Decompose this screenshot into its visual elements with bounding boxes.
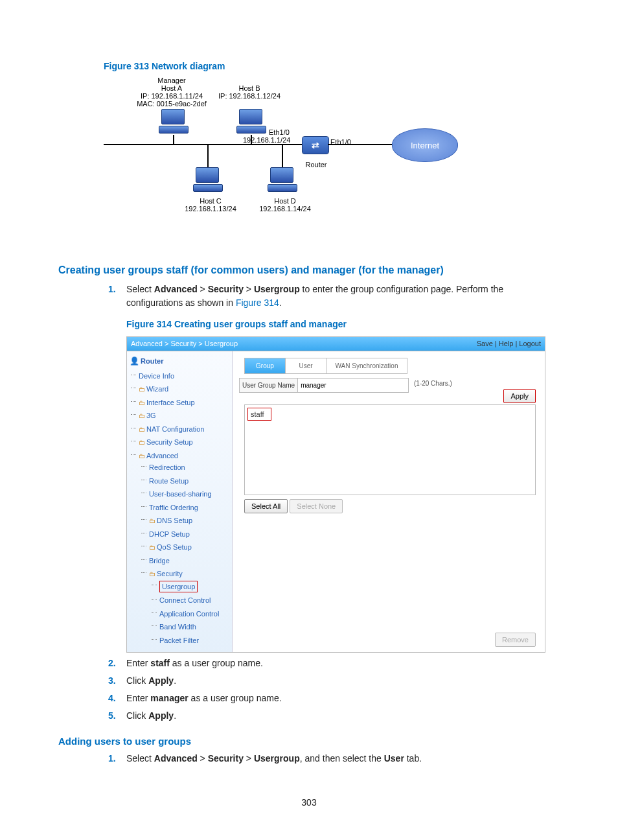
breadcrumb: Advanced > Security > Usergroup: [131, 338, 238, 349]
nav-usergroup[interactable]: Usergroup: [158, 579, 231, 594]
step-3: Click Apply.: [126, 674, 560, 688]
apply-button[interactable]: Apply: [503, 389, 536, 404]
hosta-ip: IP: 192.168.1.11/24: [136, 92, 207, 100]
nav-interface-setup[interactable]: 🗀Interface Setup: [137, 396, 231, 410]
breadcrumb-bar: Advanced > Security > Usergroup Save | H…: [127, 337, 545, 351]
sec2-step-1: Select Advanced > Security > Usergroup, …: [126, 752, 560, 765]
nav-dhcp-setup[interactable]: DHCP Setup: [148, 528, 231, 541]
router-tree-icon: 👤: [130, 356, 139, 366]
bus-line: [104, 144, 303, 145]
nav-redirection[interactable]: Redirection: [148, 461, 231, 474]
router-icon: ⇄: [302, 136, 329, 154]
hostc-label: Host C: [191, 197, 230, 205]
folder-icon: 🗀: [139, 439, 145, 446]
nav-3g[interactable]: 🗀3G: [137, 409, 231, 423]
hosta-mac: MAC: 0015-e9ac-2def: [123, 100, 220, 108]
nav-device-info[interactable]: Device Info: [137, 369, 231, 383]
nav-bridge[interactable]: Bridge: [148, 554, 231, 568]
nav-route-setup[interactable]: Route Setup: [148, 474, 231, 488]
figure-314-title: Figure 314 Creating user groups staff an…: [126, 318, 560, 331]
nav-packet-filter[interactable]: Packet Filter: [158, 634, 231, 648]
nav-advanced[interactable]: 🗀Advanced Redirection Route Setup User-b…: [137, 449, 231, 650]
group-list: staff: [244, 404, 536, 495]
step-1: Select Advanced > Security > Usergroup t…: [126, 283, 560, 653]
nav-app-control[interactable]: Application Control: [158, 607, 231, 621]
select-none-button[interactable]: Select None: [290, 499, 343, 514]
tab-wan-sync[interactable]: WAN Synchronization: [326, 358, 407, 373]
usergroup-name-row: User Group Name: [239, 378, 409, 393]
router-label: Router: [303, 161, 329, 169]
step-5: Click Apply.: [126, 709, 560, 723]
chars-hint: (1-20 Chars.): [414, 379, 452, 388]
folder-icon: 🗀: [139, 426, 145, 433]
tab-group[interactable]: Group: [245, 358, 286, 373]
logout-link[interactable]: Logout: [519, 340, 541, 347]
eth10-left-ip: 192.168.1.1/24: [243, 136, 290, 144]
nav-user-sharing[interactable]: User-based-sharing: [148, 487, 231, 501]
folder-icon: 🗀: [149, 570, 155, 578]
figure-313-title: Figure 313 Network diagram: [104, 61, 560, 71]
section-adding-users-title: Adding users to user groups: [58, 736, 560, 747]
screenshot-usergroup: Advanced > Security > Usergroup Save | H…: [126, 336, 545, 653]
folder-icon: 🗀: [149, 544, 155, 551]
folder-icon: 🗀: [139, 412, 145, 419]
content-pane: Group User WAN Synchronization User Grou…: [233, 351, 545, 653]
tab-user[interactable]: User: [286, 358, 326, 373]
help-link[interactable]: Help: [499, 340, 514, 347]
header-links: Save | Help | Logout: [477, 338, 541, 349]
nav-band-width[interactable]: Band Width: [158, 620, 231, 634]
hosta-label: Host A: [136, 84, 207, 92]
group-list-item[interactable]: staff: [247, 408, 271, 421]
pc-icon: [159, 109, 187, 134]
nav-security-setup[interactable]: 🗀Security Setup: [137, 436, 231, 449]
save-link[interactable]: Save: [477, 340, 493, 347]
step-2: Enter staff as a user group name.: [126, 657, 560, 670]
folder-icon: 🗀: [139, 399, 145, 406]
network-diagram: Manager Host A IP: 192.168.1.11/24 MAC: …: [104, 76, 466, 245]
wire: [251, 135, 252, 144]
wire: [207, 144, 209, 167]
page-number: 303: [0, 797, 618, 808]
hostc-ip: 192.168.1.13/24: [178, 205, 243, 213]
folder-icon: 🗀: [149, 517, 155, 524]
nav-traffic-ordering[interactable]: Traffic Ordering: [148, 501, 231, 515]
nav-dns-setup[interactable]: 🗀DNS Setup: [148, 514, 231, 528]
nav-qos-setup[interactable]: 🗀QoS Setup: [148, 541, 231, 554]
wire: [282, 144, 283, 167]
steps-list-2: Select Advanced > Security > Usergroup, …: [58, 752, 560, 765]
nav-tree: 👤Router Device Info 🗀Wizard 🗀Interface S…: [127, 351, 233, 653]
folder-icon: 🗀: [139, 452, 145, 460]
pc-icon: [268, 167, 296, 192]
nav-security[interactable]: 🗀Security Usergroup Connect Control Appl…: [148, 567, 231, 648]
hostb-ip: IP: 192.168.1.12/24: [207, 92, 292, 100]
select-all-button[interactable]: Select All: [244, 499, 288, 514]
pc-icon: [193, 167, 222, 192]
pc-icon: [236, 109, 265, 134]
nav-wizard[interactable]: 🗀Wizard: [137, 382, 231, 396]
nav-nat[interactable]: 🗀NAT Configuration: [137, 423, 231, 436]
internet-label: Internet: [411, 141, 439, 150]
wire: [328, 144, 393, 145]
wire: [173, 135, 174, 144]
figure-314-link[interactable]: Figure 314: [236, 298, 279, 308]
folder-icon: 🗀: [139, 386, 145, 393]
hostb-label: Host B: [227, 84, 272, 92]
hosta-label-manager: Manager: [136, 76, 207, 84]
eth10-left-label: Eth1/0: [269, 128, 290, 136]
nav-connect-control[interactable]: Connect Control: [158, 594, 231, 607]
tabs: Group User WAN Synchronization: [244, 358, 407, 374]
internet-cloud-icon: Internet: [392, 128, 458, 162]
hostd-label: Host D: [266, 197, 304, 205]
usergroup-name-input[interactable]: [298, 379, 408, 392]
hostd-ip: 192.168.1.14/24: [253, 205, 317, 213]
step-4: Enter manager as a user group name.: [126, 692, 560, 705]
section-creating-groups-title: Creating user groups staff (for common u…: [58, 264, 560, 276]
steps-list-1: Select Advanced > Security > Usergroup t…: [58, 283, 560, 723]
usergroup-name-label: User Group Name: [240, 379, 298, 392]
nav-root-label[interactable]: Router: [141, 357, 163, 365]
remove-button[interactable]: Remove: [495, 633, 536, 648]
